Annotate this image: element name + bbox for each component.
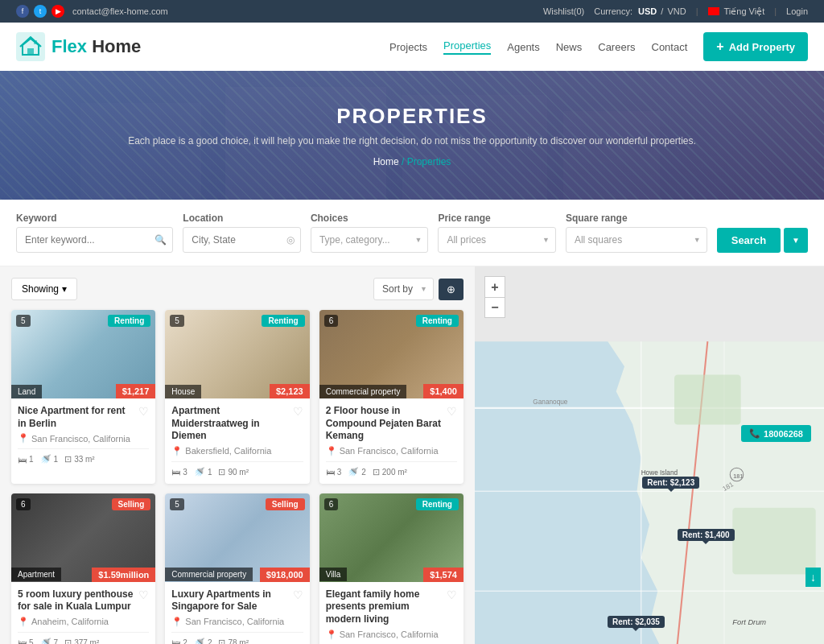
sort-select-wrapper: Sort by (373, 278, 434, 300)
bath-icon: 🚿 (194, 467, 205, 477)
baths-feature: 🚿 7 (40, 638, 59, 644)
search-button[interactable]: Search (717, 228, 781, 253)
sort-select[interactable]: Sort by (373, 278, 434, 300)
zoom-out-button[interactable]: − (484, 297, 505, 318)
card-body: Nice Apartment for rent in Berlin ♡ 📍 Sa… (11, 398, 155, 471)
baths-feature: 🚿 1 (40, 454, 59, 464)
map-panel: Gananoque Howe Island Fort Drum Watertow… (475, 266, 824, 644)
currency-label: Currency: USD / VND (594, 6, 686, 16)
card-location: 📍 San Francisco, California (326, 630, 457, 640)
login-link[interactable]: Login (786, 6, 808, 16)
beds-feature: 🛏 3 (326, 467, 342, 477)
area-icon: ⊡ (218, 638, 225, 644)
beds-count: 3 (183, 468, 187, 477)
area-value: 78 m² (228, 638, 249, 644)
bath-icon: 🚿 (40, 454, 52, 464)
currency-usd[interactable]: USD (638, 6, 657, 16)
bath-icon: 🚿 (194, 638, 205, 644)
heart-icon[interactable]: ♡ (447, 405, 457, 418)
currency-vnd[interactable]: VND (667, 6, 686, 16)
map-toggle-button[interactable]: ⊕ (439, 279, 464, 300)
twitter-icon[interactable]: t (34, 5, 47, 18)
beds-count: 5 (29, 638, 34, 644)
card-type: Apartment (11, 568, 61, 581)
card-body: Elegant family home presents premium mod… (319, 582, 464, 644)
heart-icon[interactable]: ♡ (138, 405, 149, 418)
location-pin-icon: 📍 (326, 630, 337, 640)
baths-feature: 🚿 2 (348, 467, 366, 477)
scroll-down-button[interactable]: ↓ (805, 568, 821, 587)
youtube-icon[interactable]: ▶ (52, 5, 64, 18)
nav-contact[interactable]: Contact (652, 41, 688, 53)
property-card[interactable]: 6 Renting Commercial property $1,400 2 F… (319, 310, 464, 484)
property-card[interactable]: 6 Renting Villa $1,574 Elegant family ho… (319, 493, 464, 644)
card-price-row: Apartment $1.59million (11, 568, 155, 582)
card-location-text: San Francisco, California (340, 630, 439, 639)
card-image: 5 Renting Land $1,217 (11, 310, 155, 398)
contact-email: contact@flex-home.com (72, 6, 168, 16)
property-card[interactable]: 5 Selling Commercial property $918,000 L… (165, 493, 309, 644)
choices-select[interactable]: Type, category... (311, 227, 429, 253)
location-input[interactable] (183, 227, 301, 253)
price-label: Price range (438, 213, 556, 224)
nav-news[interactable]: News (556, 41, 583, 53)
nav-agents[interactable]: Agents (507, 41, 539, 53)
bed-icon: 🛏 (326, 467, 335, 477)
card-status-badge: Renting (262, 315, 304, 327)
separator2: | (774, 6, 777, 16)
beds-count: 2 (183, 638, 187, 644)
main-nav: Projects Properties Agents News Careers … (389, 32, 808, 61)
nav-careers[interactable]: Careers (598, 41, 635, 53)
heart-icon[interactable]: ♡ (293, 588, 303, 601)
card-status-badge: Selling (112, 498, 151, 510)
keyword-input[interactable] (16, 227, 173, 253)
card-price: $1,217 (116, 384, 156, 398)
header: Flex Home Projects Properties Agents New… (0, 23, 824, 71)
card-count-badge: 5 (170, 315, 184, 327)
card-title-row: 2 Floor house in Compound Pejaten Barat … (326, 405, 457, 443)
wishlist-link[interactable]: Wishlist(0) (543, 6, 584, 16)
heart-icon[interactable]: ♡ (447, 588, 457, 601)
facebook-icon[interactable]: f (16, 5, 29, 18)
choices-label: Choices (311, 213, 429, 224)
property-grid: 5 Renting Land $1,217 Nice Apartment for… (11, 310, 464, 644)
location-pin-icon: 📍 (18, 617, 29, 627)
card-features: 🛏 5 🚿 7 ⊡ 377 m² (18, 632, 149, 644)
card-price: $1,574 (423, 568, 464, 582)
phone-badge-group: 📞 18006268 ↓ (805, 568, 821, 587)
breadcrumb-home[interactable]: Home (373, 156, 399, 167)
keyword-field: Keyword 🔍 (16, 213, 173, 253)
phone-badge[interactable]: 📞 18006268 (741, 425, 811, 442)
price-select[interactable]: All prices (438, 227, 556, 253)
svg-text:Howe Island: Howe Island (641, 469, 678, 477)
area-value: 377 m² (74, 638, 99, 644)
area-feature: ⊡ 377 m² (64, 638, 99, 644)
card-status-badge: Renting (416, 315, 459, 327)
heart-icon[interactable]: ♡ (293, 405, 303, 418)
square-select[interactable]: All squares (566, 227, 707, 253)
property-card[interactable]: 6 Selling Apartment $1.59million 5 room … (11, 493, 155, 644)
area-feature: ⊡ 90 m² (218, 467, 249, 477)
nav-projects[interactable]: Projects (389, 41, 427, 53)
card-title-row: Nice Apartment for rent in Berlin ♡ (18, 405, 149, 430)
map-container: Gananoque Howe Island Fort Drum Watertow… (475, 266, 824, 644)
property-card[interactable]: 5 Renting Land $1,217 Nice Apartment for… (11, 310, 155, 484)
search-dropdown-button[interactable]: ▼ (784, 228, 808, 253)
showing-button[interactable]: Showing ▾ (11, 278, 77, 300)
card-price: $918,000 (260, 568, 310, 582)
add-property-button[interactable]: Add Property (703, 32, 808, 61)
search-icon: 🔍 (154, 234, 167, 246)
heart-icon[interactable]: ♡ (138, 588, 149, 601)
zoom-in-button[interactable]: + (484, 276, 505, 297)
card-title: Nice Apartment for rent in Berlin (18, 405, 135, 430)
language-selector[interactable]: Tiếng Việt (708, 6, 765, 17)
property-card[interactable]: 5 Renting House $2,123 Apartment Muiders… (165, 310, 309, 484)
card-image: 6 Selling Apartment $1.59million (11, 493, 155, 582)
card-status-badge: Renting (108, 315, 150, 327)
card-price-row: House $2,123 (165, 384, 309, 398)
bed-icon: 🛏 (171, 638, 180, 644)
logo[interactable]: Flex Home (16, 32, 141, 61)
baths-count: 2 (208, 638, 212, 644)
baths-feature: 🚿 2 (194, 638, 212, 644)
nav-properties[interactable]: Properties (443, 39, 491, 55)
